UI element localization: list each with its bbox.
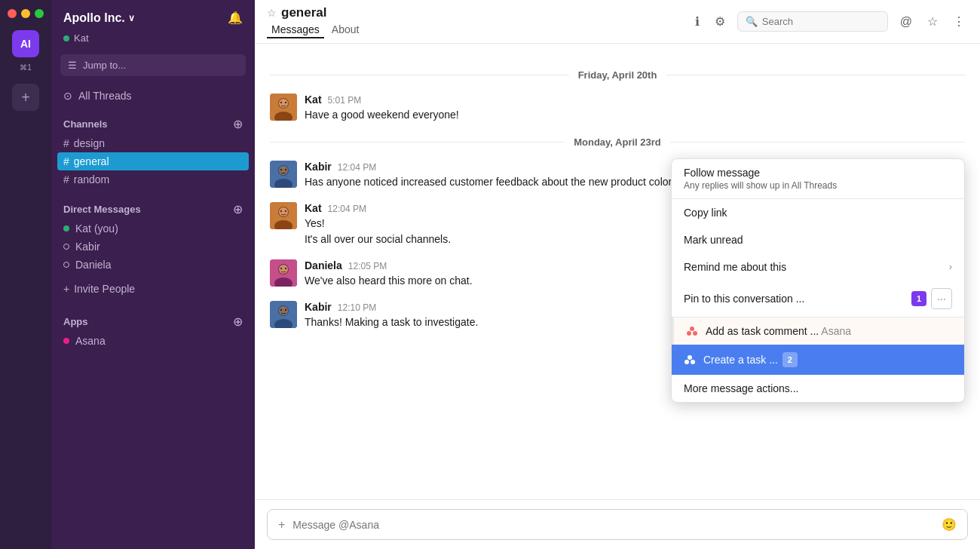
message-author: Daniela [305,259,342,271]
date-separator-1: Friday, April 20th [270,68,965,81]
badge-1: 1 [911,291,926,306]
dm-section: Direct Messages ⊕ Kat (you) Kabir Daniel… [51,195,255,274]
avatar [270,202,297,229]
star-icon[interactable]: ☆ [267,7,277,19]
workspace-shortcut: ⌘1 [20,63,32,72]
message-time: 12:10 PM [338,302,376,313]
chevron-right-icon: › [949,262,952,272]
dm-name-daniela: Daniela [75,259,111,271]
apps-section: Apps ⊕ Asana [51,307,255,350]
channel-name-design: design [74,137,105,149]
message-author: Kat [305,94,322,106]
svg-point-34 [684,360,689,364]
minimize-button[interactable] [21,9,30,18]
hash-icon: # [63,173,69,186]
message-time: 12:05 PM [348,261,387,271]
message-input[interactable] [292,519,934,531]
plus-icon: + [63,283,69,295]
svg-point-22 [285,268,286,269]
more-actions-label: More message actions... [684,382,799,394]
jump-to-label: Jump to... [83,60,126,71]
emoji-button[interactable]: 🙂 [942,517,957,532]
dm-item-kat[interactable]: Kat (you) [51,219,255,238]
tab-about[interactable]: About [327,22,364,38]
sidebar-header: Apollo Inc. ∨ 🔔 [51,0,255,31]
channel-title: ☆ general [267,5,363,20]
create-task-label: Create a task ... [703,354,778,366]
add-channel-button[interactable]: ⊕ [233,117,243,131]
window-controls [8,9,44,18]
more-header-icon[interactable]: ⋮ [950,11,968,32]
info-icon[interactable]: ℹ [692,11,703,32]
tab-messages[interactable]: Messages [267,22,324,38]
channel-name-random: random [74,173,109,186]
follow-message-item[interactable]: Follow message Any replies will show up … [672,159,964,199]
at-icon[interactable]: @ [897,12,915,32]
mark-unread-item[interactable]: Mark unread [672,226,964,253]
app-item-asana[interactable]: Asana [51,332,255,350]
all-threads-label: All Threads [78,90,132,102]
asana-icon-white [684,354,696,366]
message-author: Kabir [305,161,332,173]
jump-to-button[interactable]: ☰ Jump to... [60,54,246,76]
sidebar-item-random[interactable]: # random [51,170,255,189]
close-button[interactable] [8,9,17,18]
svg-point-10 [285,169,286,170]
add-task-comment-item[interactable]: Add as task comment ... Asana [672,317,964,345]
more-actions-item[interactable]: More message actions... [672,375,964,402]
pin-conversation-item[interactable]: Pin to this conversation ... 1 ··· [672,281,964,317]
ellipsis-icon: ··· [937,293,946,305]
more-options-button[interactable]: ··· [931,288,952,309]
message-input-box: + 🙂 [267,509,968,540]
offline-dot [63,244,69,250]
dm-section-header: Direct Messages ⊕ [51,195,255,219]
online-status-dot [63,35,69,41]
apps-section-title: Apps [63,316,88,327]
bell-icon[interactable]: 🔔 [228,11,243,25]
dm-item-daniela[interactable]: Daniela [51,256,255,274]
svg-point-21 [280,268,282,269]
workspace-name[interactable]: Apollo Inc. ∨ [63,11,135,25]
threads-icon: ⊙ [63,90,72,102]
star-header-icon[interactable]: ☆ [924,11,941,32]
add-app-button[interactable]: ⊕ [233,314,243,329]
svg-point-30 [690,327,694,331]
maximize-button[interactable] [35,9,44,18]
hash-icon: # [63,137,69,149]
attach-button[interactable]: + [278,518,285,532]
current-user-name: Kat [74,32,89,44]
message-input-area: + 🙂 [255,499,980,549]
copy-link-label: Copy link [684,207,727,219]
asana-icon [686,325,698,337]
date-label-1: Friday, April 20th [569,69,666,81]
offline-dot [63,262,69,268]
date-separator-2: Monday, April 23rd [270,135,965,149]
follow-message-title: Follow message [684,167,952,179]
invite-people-button[interactable]: + Invite People [51,277,255,301]
sidebar-item-general[interactable]: # general [57,152,249,170]
copy-link-item[interactable]: Copy link [672,199,964,226]
svg-point-28 [285,309,286,311]
sidebar-item-design[interactable]: # design [51,134,255,152]
app-body: AI ⌘1 + Apollo Inc. ∨ 🔔 Kat ☰ Jump to...… [0,0,980,549]
all-threads-item[interactable]: ⊙ All Threads [51,85,255,106]
workspace-avatar[interactable]: AI [12,30,39,57]
remind-me-item[interactable]: Remind me about this › [672,253,964,281]
search-bar[interactable]: 🔍 [737,11,888,32]
dm-name-kat: Kat (you) [75,222,118,235]
channel-name-general: general [74,155,109,167]
hash-icon: # [63,155,69,167]
add-dm-button[interactable]: ⊕ [233,202,243,216]
add-workspace-button[interactable]: + [12,84,39,111]
create-task-item[interactable]: Create a task ... 2 [672,345,964,375]
svg-point-15 [280,210,282,212]
kat-avatar-img2 [270,202,297,229]
search-input[interactable] [762,16,868,27]
message-author: Kabir [305,301,332,313]
svg-point-35 [691,360,695,364]
pin-label: Pin to this conversation ... [684,293,804,305]
dm-item-kabir[interactable]: Kabir [51,238,255,256]
remind-me-label: Remind me about this [684,261,786,273]
message-time: 5:01 PM [328,95,362,106]
gear-icon[interactable]: ⚙ [712,11,728,32]
